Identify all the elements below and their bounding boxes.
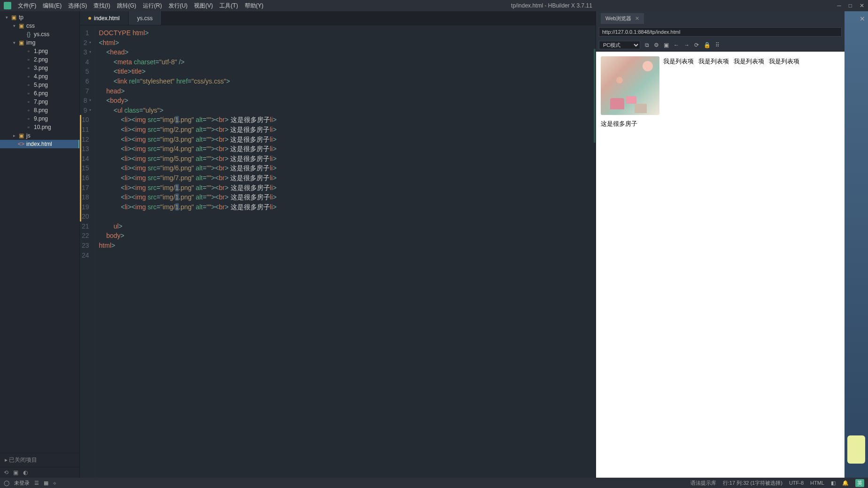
back-icon[interactable]: ←	[674, 42, 679, 48]
lock-icon[interactable]: 🔒	[704, 42, 711, 48]
maximize-icon[interactable]: □	[849, 2, 852, 9]
image-file-icon: ▫	[25, 90, 32, 97]
desktop-strip: ✕	[845, 11, 868, 478]
preview-caption: 这是很多房子	[601, 120, 659, 128]
folder-icon: ▣	[18, 23, 24, 29]
html-file-icon: <>	[18, 141, 24, 147]
close-preview-icon[interactable]: ✕	[635, 15, 639, 22]
image-file-icon: ▫	[25, 124, 32, 130]
user-icon[interactable]: ◯	[4, 480, 9, 486]
preview-tab[interactable]: Web浏览器✕	[601, 13, 644, 24]
tree-folder-css[interactable]: ▾▣css	[0, 22, 79, 30]
syntax-hint[interactable]: 语法提示库	[690, 480, 716, 487]
screenshot-icon[interactable]: ▣	[664, 42, 669, 48]
language-mode[interactable]: HTML	[810, 480, 824, 486]
menu-goto[interactable]: 跳转(G)	[114, 1, 139, 11]
tab-yscss[interactable]: ys.css	[129, 11, 162, 25]
close-icon[interactable]: ✕	[860, 2, 864, 9]
tree-file-img[interactable]: ▫10.png	[0, 123, 79, 131]
minimap-highlight	[594, 49, 596, 143]
forward-icon[interactable]: →	[684, 42, 690, 48]
folder-icon: ▣	[18, 39, 24, 46]
image-file-icon: ▫	[25, 99, 32, 105]
image-file-icon: ▫	[25, 115, 32, 122]
tree-folder-js[interactable]: ▸▣js	[0, 131, 79, 140]
tree-folder-img[interactable]: ▾▣img	[0, 38, 79, 47]
app-logo-icon	[4, 2, 11, 9]
image-file-icon: ▫	[25, 48, 32, 54]
qr-icon[interactable]: ⠿	[715, 42, 720, 48]
css-file-icon: {}	[25, 31, 32, 38]
tree-file-yscss[interactable]: {}ys.css	[0, 30, 79, 38]
menu-edit[interactable]: 编辑(E)	[40, 1, 64, 11]
image-file-icon: ▫	[25, 65, 32, 71]
tree-file-img[interactable]: ▫8.png	[0, 106, 79, 114]
tree-file-index[interactable]: <>index.html	[0, 140, 79, 148]
preview-panel: Web浏览器✕ PC模式 ⧉ ⚙ ▣ ← → ⟳ 🔒 ⠿ 这是很多房子 我是列表…	[596, 11, 845, 478]
title-bar: 文件(F) 编辑(E) 选择(S) 查找(I) 跳转(G) 运行(R) 发行(U…	[0, 0, 868, 11]
menu-find[interactable]: 查找(I)	[91, 1, 113, 11]
editor-area: index.html ys.css 1 2▾3▾4 5 6 7 8▾9▾10 1…	[80, 11, 596, 478]
link-icon[interactable]: ⟐	[53, 480, 56, 486]
editor-tabs: index.html ys.css	[80, 11, 596, 25]
menu-select[interactable]: 选择(S)	[65, 1, 90, 11]
image-file-icon: ▫	[25, 82, 32, 88]
tree-file-img[interactable]: ▫4.png	[0, 72, 79, 81]
menu-tools[interactable]: 工具(T)	[217, 1, 240, 11]
tree-file-img[interactable]: ▫6.png	[0, 89, 79, 98]
lock-icon[interactable]: ◐	[23, 469, 28, 476]
login-status[interactable]: 未登录	[14, 480, 30, 487]
menu-publish[interactable]: 发行(U)	[166, 1, 191, 11]
bell-icon[interactable]: 🔔	[842, 480, 849, 486]
settings-icon[interactable]: ⚙	[654, 42, 659, 48]
code-editor[interactable]: DOCTYPE html><html> <head> <meta charset…	[95, 25, 596, 478]
menu-help[interactable]: 帮助(Y)	[242, 1, 266, 11]
preview-image	[601, 56, 659, 115]
closed-projects-section[interactable]: ▸ 已关闭项目	[0, 453, 79, 467]
tree-file-img[interactable]: ▫9.png	[0, 114, 79, 123]
grid-icon[interactable]: ▦	[44, 480, 48, 486]
menu-bar: 文件(F) 编辑(E) 选择(S) 查找(I) 跳转(G) 运行(R) 发行(U…	[15, 1, 266, 11]
encoding[interactable]: UTF-8	[789, 480, 804, 486]
tree-file-img[interactable]: ▫7.png	[0, 98, 79, 106]
minimize-icon[interactable]: ─	[837, 2, 841, 9]
image-file-icon: ▫	[25, 56, 32, 63]
menu-view[interactable]: 视图(V)	[191, 1, 216, 11]
list-item: 我是列表项	[769, 57, 799, 66]
new-window-icon[interactable]: ⧉	[645, 42, 649, 48]
tree-root[interactable]: ▾▣tp	[0, 13, 79, 22]
message-icon[interactable]: ◧	[831, 480, 836, 486]
preview-url-input[interactable]	[599, 27, 842, 37]
tree-file-img[interactable]: ▫2.png	[0, 55, 79, 64]
refresh-icon[interactable]: ⟳	[694, 42, 699, 48]
cursor-position: 行:17 列:32 (1字符被选择)	[723, 480, 783, 487]
ime-status[interactable]: 英	[855, 479, 864, 487]
file-explorer: ▾▣tp ▾▣css {}ys.css ▾▣img ▫1.png ▫2.png …	[0, 11, 80, 478]
status-bar: ◯ 未登录 ☰ ▦ ⟐ 语法提示库 行:17 列:32 (1字符被选择) UTF…	[0, 478, 868, 488]
unsaved-dot-icon	[88, 17, 91, 20]
list-item: 我是列表项	[734, 57, 764, 66]
menu-file[interactable]: 文件(F)	[15, 1, 39, 11]
image-file-icon: ▫	[25, 73, 32, 80]
folder-icon: ▣	[10, 14, 17, 21]
tree-file-img[interactable]: ▫3.png	[0, 64, 79, 72]
list-icon[interactable]: ☰	[34, 480, 39, 486]
preview-content: 这是很多房子 我是列表项 我是列表项 我是列表项 我是列表项	[596, 52, 845, 478]
image-file-icon: ▫	[25, 107, 32, 114]
strip-close-icon[interactable]: ✕	[860, 15, 865, 23]
window-title: tp/index.html - HBuilder X 3.7.11	[266, 2, 837, 9]
folder-icon: ▣	[18, 132, 24, 139]
sync-icon[interactable]: ⟲	[4, 469, 8, 476]
line-gutter: 1 2▾3▾4 5 6 7 8▾9▾10 11 12 13 14 15 16 1…	[80, 25, 95, 478]
terminal-icon[interactable]: ▣	[13, 469, 18, 476]
tree-file-img[interactable]: ▫5.png	[0, 81, 79, 89]
list-item: 我是列表项	[663, 57, 694, 66]
tree-file-img[interactable]: ▫1.png	[0, 47, 79, 55]
desktop-widget	[847, 435, 865, 464]
preview-mode-select[interactable]: PC模式	[599, 41, 640, 49]
menu-run[interactable]: 运行(R)	[140, 1, 165, 11]
tab-indexhtml[interactable]: index.html	[80, 11, 129, 25]
list-item: 我是列表项	[698, 57, 729, 66]
